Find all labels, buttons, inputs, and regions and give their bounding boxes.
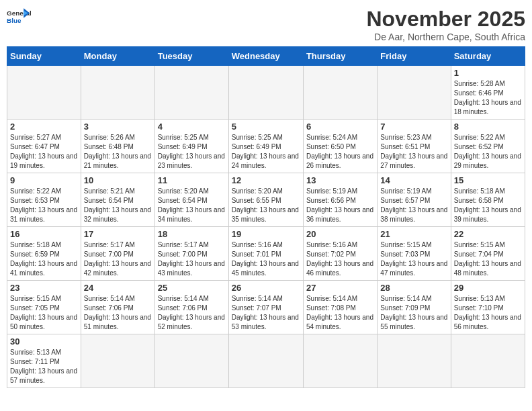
day-info: Sunrise: 5:25 AM Sunset: 6:49 PM Dayligh…: [158, 133, 226, 171]
location-subtitle: De Aar, Northern Cape, South Africa: [366, 32, 525, 42]
day-number: 16: [10, 229, 78, 239]
calendar-cell: 6Sunrise: 5:24 AM Sunset: 6:50 PM Daylig…: [303, 120, 377, 173]
day-info: Sunrise: 5:16 AM Sunset: 7:01 PM Dayligh…: [232, 240, 300, 278]
calendar-cell: 29Sunrise: 5:13 AM Sunset: 7:10 PM Dayli…: [451, 281, 525, 334]
day-number: 1: [454, 68, 522, 78]
day-number: 20: [306, 229, 374, 239]
day-info: Sunrise: 5:22 AM Sunset: 6:52 PM Dayligh…: [454, 133, 522, 171]
calendar-cell: 19Sunrise: 5:16 AM Sunset: 7:01 PM Dayli…: [228, 227, 303, 281]
calendar-week-3: 9Sunrise: 5:22 AM Sunset: 6:53 PM Daylig…: [7, 173, 525, 227]
day-info: Sunrise: 5:27 AM Sunset: 6:47 PM Dayligh…: [10, 133, 78, 171]
calendar-cell: 18Sunrise: 5:17 AM Sunset: 7:00 PM Dayli…: [154, 227, 228, 281]
day-number: 19: [232, 229, 300, 239]
day-number: 24: [84, 283, 152, 293]
calendar-table: SundayMondayTuesdayWednesdayThursdayFrid…: [7, 46, 525, 388]
day-number: 7: [380, 122, 447, 132]
day-number: 28: [380, 283, 447, 293]
calendar-cell: [81, 66, 154, 120]
day-info: Sunrise: 5:23 AM Sunset: 6:51 PM Dayligh…: [380, 133, 447, 171]
day-info: Sunrise: 5:18 AM Sunset: 6:59 PM Dayligh…: [10, 240, 78, 278]
day-number: 8: [454, 122, 522, 132]
calendar-cell: 7Sunrise: 5:23 AM Sunset: 6:51 PM Daylig…: [378, 120, 451, 173]
day-number: 13: [306, 175, 374, 185]
day-number: 9: [10, 175, 78, 185]
calendar-cell: 24Sunrise: 5:14 AM Sunset: 7:06 PM Dayli…: [81, 281, 154, 334]
calendar-cell: 10Sunrise: 5:21 AM Sunset: 6:54 PM Dayli…: [81, 173, 154, 227]
day-info: Sunrise: 5:16 AM Sunset: 7:02 PM Dayligh…: [306, 240, 374, 278]
calendar-cell: [81, 334, 154, 388]
calendar-cell: [378, 334, 451, 388]
calendar-cell: 2Sunrise: 5:27 AM Sunset: 6:47 PM Daylig…: [7, 120, 81, 173]
calendar-cell: 9Sunrise: 5:22 AM Sunset: 6:53 PM Daylig…: [7, 173, 81, 227]
calendar-week-5: 23Sunrise: 5:15 AM Sunset: 7:05 PM Dayli…: [7, 281, 525, 334]
day-number: 22: [454, 229, 522, 239]
day-number: 30: [10, 336, 78, 347]
calendar-cell: 15Sunrise: 5:18 AM Sunset: 6:58 PM Dayli…: [451, 173, 525, 227]
day-number: 17: [84, 229, 152, 239]
day-info: Sunrise: 5:18 AM Sunset: 6:58 PM Dayligh…: [454, 187, 522, 224]
calendar-cell: [378, 66, 451, 120]
calendar-cell: 4Sunrise: 5:25 AM Sunset: 6:49 PM Daylig…: [154, 120, 228, 173]
day-number: 18: [158, 229, 226, 239]
calendar-cell: 14Sunrise: 5:19 AM Sunset: 6:57 PM Dayli…: [378, 173, 451, 227]
day-info: Sunrise: 5:20 AM Sunset: 6:54 PM Dayligh…: [158, 187, 226, 224]
calendar-cell: [451, 334, 525, 388]
day-number: 6: [306, 122, 374, 132]
day-number: 25: [158, 283, 226, 293]
day-info: Sunrise: 5:14 AM Sunset: 7:06 PM Dayligh…: [158, 294, 226, 332]
calendar-week-4: 16Sunrise: 5:18 AM Sunset: 6:59 PM Dayli…: [7, 227, 525, 281]
calendar-cell: 23Sunrise: 5:15 AM Sunset: 7:05 PM Dayli…: [7, 281, 81, 334]
calendar-cell: [303, 66, 377, 120]
calendar-cell: 21Sunrise: 5:15 AM Sunset: 7:03 PM Dayli…: [378, 227, 451, 281]
calendar-cell: 3Sunrise: 5:26 AM Sunset: 6:48 PM Daylig…: [81, 120, 154, 173]
day-info: Sunrise: 5:17 AM Sunset: 7:00 PM Dayligh…: [158, 240, 226, 278]
day-info: Sunrise: 5:28 AM Sunset: 6:46 PM Dayligh…: [454, 79, 522, 117]
day-number: 11: [158, 175, 226, 185]
calendar-cell: 1Sunrise: 5:28 AM Sunset: 6:46 PM Daylig…: [451, 66, 525, 120]
calendar-cell: 5Sunrise: 5:25 AM Sunset: 6:49 PM Daylig…: [228, 120, 303, 173]
column-header-thursday: Thursday: [303, 47, 377, 66]
day-info: Sunrise: 5:15 AM Sunset: 7:04 PM Dayligh…: [454, 240, 522, 278]
column-header-tuesday: Tuesday: [154, 47, 228, 66]
day-info: Sunrise: 5:14 AM Sunset: 7:07 PM Dayligh…: [232, 294, 300, 332]
day-info: Sunrise: 5:25 AM Sunset: 6:49 PM Dayligh…: [232, 133, 300, 171]
calendar-week-1: 1Sunrise: 5:28 AM Sunset: 6:46 PM Daylig…: [7, 66, 525, 120]
calendar-cell: 22Sunrise: 5:15 AM Sunset: 7:04 PM Dayli…: [451, 227, 525, 281]
title-area: November 2025 De Aar, Northern Cape, Sou…: [366, 7, 525, 42]
calendar-cell: [154, 66, 228, 120]
day-info: Sunrise: 5:20 AM Sunset: 6:55 PM Dayligh…: [232, 187, 300, 224]
calendar-cell: 8Sunrise: 5:22 AM Sunset: 6:52 PM Daylig…: [451, 120, 525, 173]
calendar-cell: 13Sunrise: 5:19 AM Sunset: 6:56 PM Dayli…: [303, 173, 377, 227]
calendar-cell: 27Sunrise: 5:14 AM Sunset: 7:08 PM Dayli…: [303, 281, 377, 334]
day-info: Sunrise: 5:19 AM Sunset: 6:56 PM Dayligh…: [306, 187, 374, 224]
day-info: Sunrise: 5:19 AM Sunset: 6:57 PM Dayligh…: [380, 187, 447, 224]
page-header: General Blue November 2025 De Aar, North…: [7, 7, 525, 42]
column-header-friday: Friday: [378, 47, 451, 66]
day-info: Sunrise: 5:21 AM Sunset: 6:54 PM Dayligh…: [84, 187, 152, 224]
calendar-cell: [154, 334, 228, 388]
calendar-week-2: 2Sunrise: 5:27 AM Sunset: 6:47 PM Daylig…: [7, 120, 525, 173]
calendar-week-6: 30Sunrise: 5:13 AM Sunset: 7:11 PM Dayli…: [7, 334, 525, 388]
day-number: 10: [84, 175, 152, 185]
day-info: Sunrise: 5:24 AM Sunset: 6:50 PM Dayligh…: [306, 133, 374, 171]
day-number: 12: [232, 175, 300, 185]
day-number: 5: [232, 122, 300, 132]
column-header-saturday: Saturday: [451, 47, 525, 66]
day-number: 14: [380, 175, 447, 185]
logo: General Blue: [7, 7, 31, 26]
calendar-cell: [228, 66, 303, 120]
day-info: Sunrise: 5:14 AM Sunset: 7:08 PM Dayligh…: [306, 294, 374, 332]
day-number: 29: [454, 283, 522, 293]
day-number: 2: [10, 122, 78, 132]
day-info: Sunrise: 5:22 AM Sunset: 6:53 PM Dayligh…: [10, 187, 78, 224]
calendar-cell: [7, 66, 81, 120]
calendar-cell: 30Sunrise: 5:13 AM Sunset: 7:11 PM Dayli…: [7, 334, 81, 388]
calendar-cell: 17Sunrise: 5:17 AM Sunset: 7:00 PM Dayli…: [81, 227, 154, 281]
day-number: 27: [306, 283, 374, 293]
calendar-cell: 26Sunrise: 5:14 AM Sunset: 7:07 PM Dayli…: [228, 281, 303, 334]
day-number: 21: [380, 229, 447, 239]
day-info: Sunrise: 5:13 AM Sunset: 7:10 PM Dayligh…: [454, 294, 522, 332]
calendar-header-row: SundayMondayTuesdayWednesdayThursdayFrid…: [7, 47, 525, 66]
day-number: 26: [232, 283, 300, 293]
day-info: Sunrise: 5:15 AM Sunset: 7:05 PM Dayligh…: [10, 294, 78, 332]
